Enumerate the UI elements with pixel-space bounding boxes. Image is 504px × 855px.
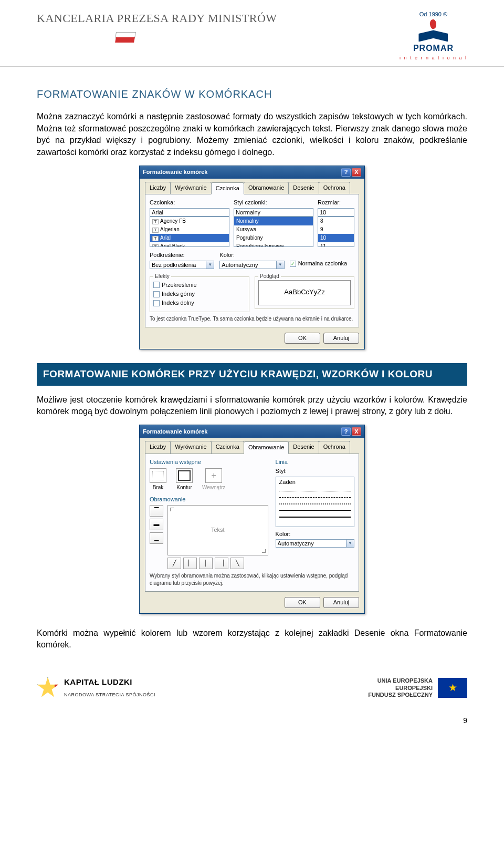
size-input[interactable] xyxy=(318,208,354,217)
ue-line1: UNIA EUROPEJSKA xyxy=(368,677,433,684)
page-number: 9 xyxy=(0,716,504,737)
book-icon xyxy=(418,30,448,42)
ok-button[interactable]: OK xyxy=(285,597,320,608)
tab-wyrownanie[interactable]: Wyrównanie xyxy=(170,441,211,453)
border-preview-diagram[interactable]: Tekst xyxy=(167,505,268,555)
tab-obramowanie[interactable]: Obramowanie xyxy=(244,441,289,454)
subscript-checkbox[interactable]: Indeks dolny xyxy=(153,299,246,307)
kapital-ludzki-logo: KAPITAŁ LUDZKI NARODOWA STRATEGIA SPÓJNO… xyxy=(37,676,155,700)
ue-line3: FUNDUSZ SPOŁECZNY xyxy=(368,692,433,698)
help-button[interactable]: ? xyxy=(341,427,351,436)
ok-button[interactable]: OK xyxy=(285,333,320,344)
dialog2-wrap: Formatowanie komórek ? X Liczby Wyrównan… xyxy=(37,425,467,614)
strikethrough-checkbox[interactable]: Przekreślenie xyxy=(153,281,246,289)
help-button[interactable]: ? xyxy=(341,168,351,177)
dialog-tabs: Liczby Wyrównanie Czcionka Obramowanie D… xyxy=(145,441,359,454)
border-bottom-icon: ▁ xyxy=(154,534,159,542)
border-diag1-icon: ╱ xyxy=(173,559,176,567)
dialog1-wrap: Formatowanie komórek ? X Liczby Wyrównan… xyxy=(37,166,467,349)
checkbox-icon xyxy=(153,300,160,306)
section2-title: FORMATOWANIE KOMÓREK PRZY UŻYCIU KRAWĘDZ… xyxy=(37,363,467,386)
checkbox-icon xyxy=(153,291,160,297)
promar-title: PROMAR xyxy=(413,43,454,54)
dialog-titlebar[interactable]: Formatowanie komórek ? X xyxy=(140,425,364,438)
dialog-titlebar[interactable]: Formatowanie komórek ? X xyxy=(140,166,364,179)
truetype-icon: T xyxy=(152,219,159,224)
tab-wyrownanie[interactable]: Wyrównanie xyxy=(170,182,211,194)
close-button[interactable]: X xyxy=(352,427,361,436)
checkbox-icon xyxy=(153,282,160,288)
border-diag2-icon: ╲ xyxy=(236,559,239,567)
size-label: Rozmiar: xyxy=(318,199,354,207)
kprm-logo-text: KANCELARIA PREZESA RADY MINISTRÓW xyxy=(37,11,277,27)
kl-title: KAPITAŁ LUDZKI xyxy=(64,677,132,686)
poland-flag-icon xyxy=(116,32,134,45)
page-content: FORMATOWANIE ZNAKÓW W KOMÓRKACH Można za… xyxy=(0,67,504,663)
chevron-down-icon[interactable]: ▼ xyxy=(206,261,214,269)
style-label: Styl czcionki: xyxy=(234,199,313,207)
line-color-combo[interactable]: ▼ xyxy=(276,539,354,548)
border-vmid-icon: │ xyxy=(204,559,208,567)
preview-group: Podgląd AaBbCcYyZz xyxy=(255,276,354,309)
border-right-button[interactable]: ▕ xyxy=(215,558,228,569)
border-left-button[interactable]: ▏ xyxy=(183,558,197,569)
preset-outline-button[interactable]: Kontur xyxy=(176,468,193,491)
promar-since-label: Od 1990 xyxy=(419,11,447,18)
border-bottom-button[interactable]: ▁ xyxy=(150,532,163,544)
tab-czcionka[interactable]: Czcionka xyxy=(211,182,244,194)
section3-paragraph: Komórki można wypełnić kolorem lub wzore… xyxy=(37,627,467,651)
color-combo[interactable]: ▼ xyxy=(219,261,284,269)
line-style-list[interactable]: Żaden xyxy=(276,477,354,527)
truetype-icon: T xyxy=(152,228,159,233)
underline-combo[interactable]: ▼ xyxy=(150,261,214,269)
flame-icon xyxy=(429,19,437,29)
tab-obramowanie[interactable]: Obramowanie xyxy=(244,182,289,194)
tab-desenie[interactable]: Desenie xyxy=(288,182,319,194)
close-button[interactable]: X xyxy=(352,168,361,177)
border-top-button[interactable]: ▔ xyxy=(150,505,163,517)
superscript-checkbox[interactable]: Indeks górny xyxy=(153,290,246,298)
preset-none-button[interactable]: Brak xyxy=(150,468,166,491)
effects-group: Efekty Przekreślenie Indeks górny Indeks… xyxy=(150,276,249,312)
border-right-icon: ▕ xyxy=(219,559,224,567)
line-label: Linia xyxy=(276,458,354,466)
size-listbox[interactable]: 8 9 10 11 xyxy=(318,217,354,247)
format-cells-dialog-font: Formatowanie komórek ? X Liczby Wyrównan… xyxy=(139,166,365,349)
line-thick-icon xyxy=(279,517,351,520)
eu-flag-icon: ★ xyxy=(438,678,467,698)
style-label: Styl: xyxy=(276,467,354,475)
style-input[interactable] xyxy=(234,208,313,217)
font-input[interactable] xyxy=(150,208,229,217)
border-inside-icon xyxy=(205,468,222,483)
ue-line2: EUROPEJSKI xyxy=(368,685,433,692)
truetype-icon: T xyxy=(152,236,159,241)
border-note: Wybrany styl obramowania można zastosowa… xyxy=(150,572,354,587)
font-listbox[interactable]: TAgency FB TAlgerian TArial TArial Black xyxy=(150,217,229,247)
line-solid-icon xyxy=(279,510,351,513)
section2-paragraph: Możliwe jest otoczenie komórek krawędzia… xyxy=(37,394,467,418)
font-preview: AaBbCcYyZz xyxy=(258,280,351,305)
tab-liczby[interactable]: Liczby xyxy=(145,182,171,194)
border-vmid-button[interactable]: │ xyxy=(199,558,213,569)
tab-czcionka[interactable]: Czcionka xyxy=(211,441,244,453)
tab-ochrona[interactable]: Ochrona xyxy=(319,441,350,453)
border-hmid-button[interactable]: ▬ xyxy=(150,519,163,530)
chevron-down-icon[interactable]: ▼ xyxy=(346,539,354,548)
page-footer: KAPITAŁ LUDZKI NARODOWA STRATEGIA SPÓJNO… xyxy=(0,664,504,716)
truetype-note: To jest czcionka TrueType. Ta sama czcio… xyxy=(150,315,354,323)
border-diag2-button[interactable]: ╲ xyxy=(230,558,244,569)
eu-logo: UNIA EUROPEJSKA EUROPEJSKI FUNDUSZ SPOŁE… xyxy=(368,677,467,698)
preset-inside-button[interactable]: Wewnątrz xyxy=(202,468,225,491)
border-label: Obramowanie xyxy=(150,496,268,503)
cancel-button[interactable]: Anuluj xyxy=(323,597,359,608)
font-label: Czcionka: xyxy=(150,199,229,207)
style-listbox[interactable]: Normalny Kursywa Pogrubiony Pogrubiona k… xyxy=(234,217,313,247)
normal-font-checkbox[interactable]: ✓ Normalna czcionka xyxy=(290,260,354,267)
tab-liczby[interactable]: Liczby xyxy=(145,441,171,453)
tab-ochrona[interactable]: Ochrona xyxy=(319,182,350,194)
tab-desenie[interactable]: Desenie xyxy=(288,441,319,453)
star-icon xyxy=(37,677,59,699)
border-diag1-button[interactable]: ╱ xyxy=(167,558,181,569)
chevron-down-icon[interactable]: ▼ xyxy=(277,261,285,269)
cancel-button[interactable]: Anuluj xyxy=(323,333,359,344)
